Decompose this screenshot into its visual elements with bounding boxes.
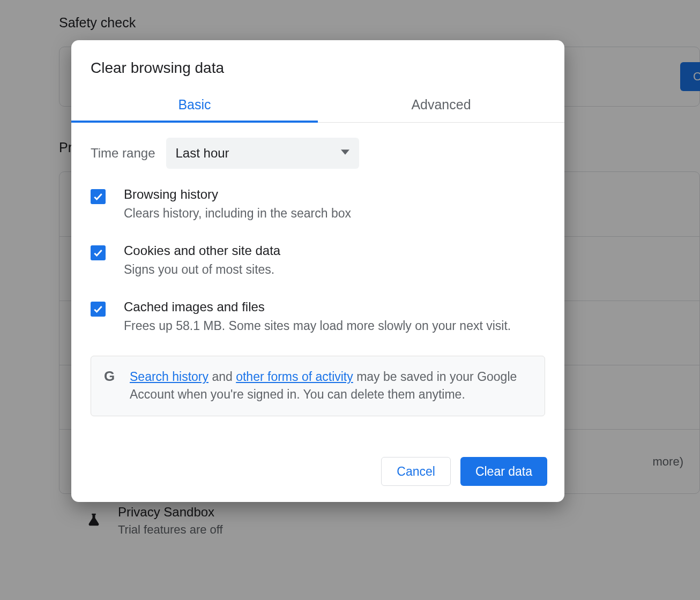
option-sub: Signs you out of most sites.: [124, 261, 280, 278]
checkbox-browsing-history[interactable]: [91, 189, 106, 204]
option-browsing-history: Browsing history Clears history, includi…: [91, 187, 545, 222]
dialog-footer: Cancel Clear data: [71, 443, 564, 502]
dialog-body: Time range Last hour Browsing history Cl…: [71, 123, 564, 443]
clear-browsing-data-dialog: Clear browsing data Basic Advanced Time …: [71, 40, 564, 502]
info-text: Search history and other forms of activi…: [130, 368, 532, 404]
checkbox-cached[interactable]: [91, 302, 106, 317]
dialog-tabs: Basic Advanced: [71, 92, 564, 123]
caret-down-icon: [341, 148, 349, 159]
tab-basic[interactable]: Basic: [71, 92, 318, 122]
checkbox-cookies[interactable]: [91, 245, 106, 260]
option-title: Cached images and files: [124, 299, 511, 314]
option-title: Browsing history: [124, 187, 351, 202]
tab-advanced[interactable]: Advanced: [318, 92, 564, 122]
option-sub: Frees up 58.1 MB. Some sites may load mo…: [124, 318, 511, 334]
option-sub: Clears history, including in the search …: [124, 205, 351, 222]
google-g-icon: G: [104, 368, 119, 383]
option-cached: Cached images and files Frees up 58.1 MB…: [91, 299, 545, 334]
clear-data-button[interactable]: Clear data: [460, 457, 547, 486]
search-history-link[interactable]: Search history: [130, 370, 208, 384]
dialog-title: Clear browsing data: [71, 40, 564, 92]
time-range-label: Time range: [91, 146, 155, 161]
time-range-value: Last hour: [176, 146, 229, 161]
option-title: Cookies and other site data: [124, 243, 280, 258]
cancel-button[interactable]: Cancel: [381, 457, 451, 486]
google-account-info: G Search history and other forms of acti…: [91, 356, 545, 416]
option-cookies: Cookies and other site data Signs you ou…: [91, 243, 545, 278]
other-activity-link[interactable]: other forms of activity: [236, 370, 353, 384]
time-range-select[interactable]: Last hour: [166, 138, 359, 169]
